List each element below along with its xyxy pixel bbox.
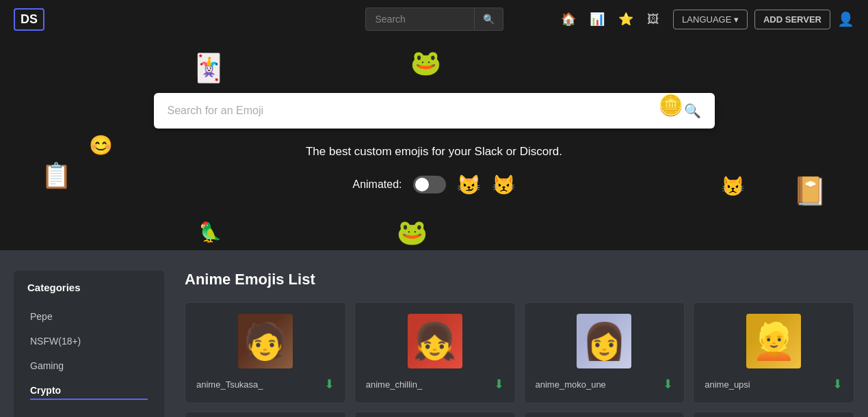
emoji-download-moko[interactable]: ⬇	[663, 377, 673, 392]
emoji-image-moko	[577, 314, 631, 368]
emoji-card-footer-moko: anime_moko_une ⬇	[536, 377, 674, 392]
emoji-download-chillin[interactable]: ⬇	[494, 377, 504, 392]
emoji-download-upsi[interactable]: ⬇	[832, 377, 843, 392]
sidebar-item-gaming[interactable]: Gaming	[25, 353, 153, 378]
floating-emoji-9: 🐸	[397, 218, 428, 247]
main-content: Categories Pepe NSFW(18+) Gaming Crypto …	[0, 250, 868, 417]
emoji-card-moko: anime_moko_une ⬇	[524, 302, 685, 403]
emoji-grid-row2	[185, 412, 854, 417]
sidebar: Categories Pepe NSFW(18+) Gaming Crypto	[14, 271, 164, 417]
animated-toggle-row: Animated: 😼 😾	[352, 174, 515, 196]
hero-search-icon: 🔍	[684, 103, 701, 119]
emoji-card-footer-upsi: anime_upsi ⬇	[705, 377, 843, 392]
emoji-card-upsi: anime_upsi ⬇	[693, 302, 854, 403]
image-icon[interactable]: 🖼	[647, 12, 659, 27]
emoji-stub-4	[693, 412, 854, 417]
nav-search-button[interactable]: 🔍	[475, 8, 503, 31]
floating-emoji-5: 😾	[721, 175, 745, 198]
emoji-stub-1	[185, 412, 346, 417]
floating-emoji-6: 📔	[793, 175, 827, 207]
sidebar-item-nsfw[interactable]: NSFW(18+)	[25, 329, 153, 353]
emoji-card-chillin: anime_chillin_ ⬇	[354, 302, 516, 403]
emoji-image-tsukasa	[238, 314, 293, 368]
navbar: DS 🔍 🏠 📊 ⭐ 🖼 LANGUAGE ▾ ADD SERVER 👤	[0, 0, 868, 38]
emoji-stub-3	[524, 412, 685, 417]
emoji-image-upsi	[746, 314, 801, 368]
floating-emoji-8: 🦜	[198, 221, 222, 243]
hero-tagline: The best custom emojis for your Slack or…	[306, 145, 562, 159]
emoji-grid: anime_Tsukasa_ ⬇ anime_chillin_ ⬇ anime_…	[185, 302, 854, 403]
animated-label: Animated:	[352, 178, 402, 191]
emoji-stub-2	[354, 412, 516, 417]
site-logo[interactable]: DS	[14, 8, 44, 31]
floating-emoji-3: 📋	[41, 161, 72, 190]
animated-toggle[interactable]	[413, 176, 446, 193]
emoji-face-1: 😼	[457, 174, 481, 196]
user-icon[interactable]: 👤	[837, 11, 854, 27]
emoji-download-tsukasa[interactable]: ⬇	[324, 377, 334, 392]
nav-search-container: 🔍	[365, 8, 503, 31]
chart-icon[interactable]: 📊	[590, 12, 605, 27]
emoji-card-footer-chillin: anime_chillin_ ⬇	[366, 377, 504, 392]
sidebar-item-crypto[interactable]: Crypto	[25, 378, 153, 407]
floating-emoji-2: 🐸	[410, 49, 441, 77]
nav-icon-group: 🏠 📊 ⭐ 🖼	[561, 12, 659, 27]
nav-search-input[interactable]	[365, 8, 475, 31]
emoji-name-moko: anime_moko_une	[536, 379, 606, 390]
emoji-section: Anime Emojis List anime_Tsukasa_ ⬇ anime…	[185, 271, 854, 417]
floating-emoji-1: 🃏	[192, 52, 226, 84]
star-icon[interactable]: ⭐	[618, 12, 633, 27]
nav-right-group: LANGUAGE ▾ ADD SERVER 👤	[673, 10, 854, 29]
sidebar-active-indicator	[30, 399, 148, 400]
emoji-section-title: Anime Emojis List	[185, 271, 854, 288]
home-icon[interactable]: 🏠	[561, 12, 576, 27]
hero-search-input[interactable]	[168, 105, 684, 117]
emoji-name-chillin: anime_chillin_	[366, 379, 422, 390]
emoji-image-chillin	[408, 314, 462, 368]
hero-section: 🃏 🐸 📋 😊 😾 📔 🪙 🦜 🐸 🔍 The best custom emoj…	[0, 38, 868, 250]
hero-search-bar: 🔍	[154, 93, 715, 129]
emoji-name-tsukasa: anime_Tsukasa_	[196, 379, 263, 390]
emoji-name-upsi: anime_upsi	[705, 379, 750, 390]
emoji-face-2: 😾	[492, 174, 516, 196]
sidebar-title: Categories	[25, 282, 153, 293]
language-button[interactable]: LANGUAGE ▾	[673, 10, 748, 29]
emoji-card-footer-tsukasa: anime_Tsukasa_ ⬇	[196, 377, 334, 392]
emoji-card-tsukasa: anime_Tsukasa_ ⬇	[185, 302, 346, 403]
add-server-button[interactable]: ADD SERVER	[754, 10, 830, 29]
floating-emoji-4: 😊	[89, 134, 113, 157]
sidebar-item-pepe[interactable]: Pepe	[25, 304, 153, 329]
